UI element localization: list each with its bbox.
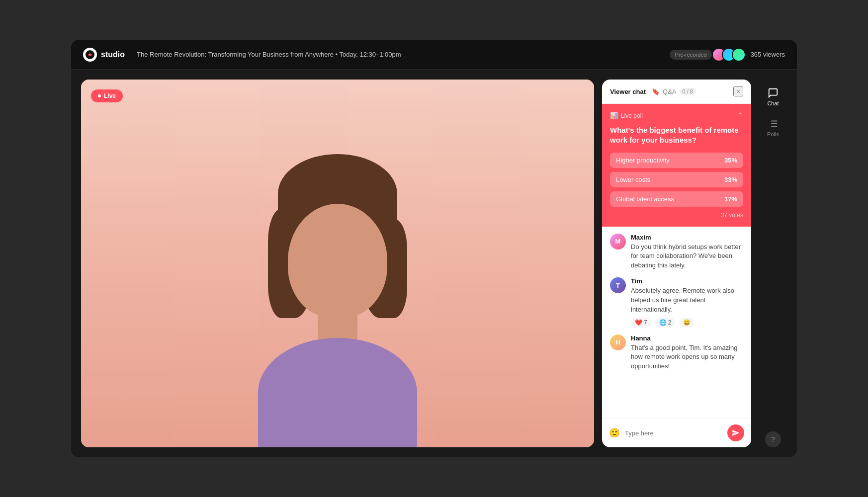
msg-text-hanna: That's a good point, Tim. It's amazing h… (631, 343, 743, 372)
poll-option-pct-0: 35% (724, 157, 737, 164)
logo-text: studio (101, 50, 125, 59)
chat-nav-icon (768, 87, 779, 98)
nav-polls[interactable]: Polls (759, 112, 787, 143)
msg-name-tim: Tim (631, 277, 743, 285)
message-hanna: H Hanna That's a good point, Tim. It's a… (610, 334, 743, 372)
nav-chat-label: Chat (767, 100, 779, 106)
avatar-tim: T (610, 277, 626, 293)
message-maxim: M Maxim Do you think hybrid setups work … (610, 234, 743, 271)
chat-close-button[interactable]: × (733, 86, 743, 96)
poll-label: Live poll (621, 112, 643, 119)
msg-name-hanna: Hanna (631, 334, 743, 342)
viewer-chat-tab[interactable]: Viewer chat (610, 88, 646, 95)
poll-option-0[interactable]: Higher productivity 35% (610, 153, 743, 168)
chat-input[interactable] (625, 429, 722, 437)
live-dot (98, 94, 101, 97)
app-container: studio The Remote Revolution: Transformi… (71, 40, 797, 457)
msg-content-tim: Tim Absolutely agree. Remote work also h… (631, 277, 743, 328)
chat-input-area: 🙂 (602, 418, 751, 447)
chat-messages: M Maxim Do you think hybrid setups work … (602, 227, 751, 418)
main-content: Live Viewer chat 🔖 Q&A 0 / 8 × 📊 (71, 70, 797, 457)
avatar-maxim: M (610, 234, 626, 249)
reaction-heart[interactable]: ❤️ 7 (631, 318, 651, 328)
qa-label: Q&A (663, 88, 676, 95)
qa-icon: 🔖 (652, 88, 660, 95)
person-body (258, 338, 417, 447)
video-placeholder (81, 80, 594, 447)
poll-option-pct-1: 33% (724, 176, 737, 183)
poll-chart-icon: 📊 (610, 112, 618, 119)
msg-name-maxim: Maxim (631, 234, 743, 241)
poll-option-pct-2: 17% (724, 195, 737, 203)
emoji-button[interactable]: 🙂 (609, 427, 620, 438)
send-button[interactable] (727, 424, 744, 441)
help-button[interactable]: ? (765, 431, 781, 447)
pre-recorded-badge: Pre-recorded (670, 50, 711, 60)
poll-title-row: 📊 Live poll (610, 112, 643, 119)
poll-option-1[interactable]: Lower costs 33% (610, 172, 743, 187)
header: studio The Remote Revolution: Transformi… (71, 40, 797, 70)
qa-tab[interactable]: 🔖 Q&A 0 / 8 (652, 88, 696, 95)
msg-text-maxim: Do you think hybrid setups work better f… (631, 243, 743, 271)
help-label: ? (771, 435, 775, 443)
poll-option-2[interactable]: Global talent access 17% (610, 191, 743, 207)
live-badge: Live (91, 89, 123, 102)
person-silhouette (81, 80, 594, 447)
avatar-initials-maxim: M (610, 234, 626, 249)
msg-text-tim: Absolutely agree. Remote work also helpe… (631, 286, 743, 315)
poll-option-text-2: Global talent access (616, 195, 674, 203)
polls-nav-icon (768, 118, 779, 129)
avatar-initials-tim: T (610, 277, 626, 293)
qa-count: 0 / 8 (680, 88, 696, 95)
avatar-hanna: H (610, 334, 626, 350)
live-label: Live (104, 92, 116, 99)
msg-content-maxim: Maxim Do you think hybrid setups work be… (631, 234, 743, 271)
chat-panel: Viewer chat 🔖 Q&A 0 / 8 × 📊 Live poll ⌃ (602, 80, 751, 447)
nav-chat[interactable]: Chat (759, 82, 787, 112)
msg-reactions-tim: ❤️ 7 🌐 2 😄 (631, 318, 743, 328)
header-title: The Remote Revolution: Transforming Your… (137, 51, 664, 58)
logo-area: studio (83, 48, 125, 62)
video-area: Live (81, 80, 594, 447)
msg-content-hanna: Hanna That's a good point, Tim. It's ama… (631, 334, 743, 372)
reaction-globe[interactable]: 🌐 2 (655, 318, 676, 328)
person-face (288, 204, 387, 318)
poll-question: What's the biggest benefit of remote wor… (610, 125, 743, 146)
viewers-count: 365 viewers (751, 51, 785, 58)
avatar-initials-hanna: H (610, 334, 626, 350)
poll-collapse-button[interactable]: ⌃ (737, 111, 743, 120)
poll-option-text-1: Lower costs (616, 176, 650, 183)
viewer-avatars (712, 48, 746, 62)
nav-polls-label: Polls (767, 131, 779, 137)
viewer-avatar-3 (732, 48, 746, 62)
send-icon (732, 429, 740, 437)
poll-option-text-0: Higher productivity (616, 157, 670, 164)
poll-header: 📊 Live poll ⌃ (610, 111, 743, 120)
message-tim: T Tim Absolutely agree. Remote work also… (610, 277, 743, 328)
right-panel: Chat Polls ? (759, 80, 787, 447)
chat-header: Viewer chat 🔖 Q&A 0 / 8 × (602, 80, 751, 104)
poll-section: 📊 Live poll ⌃ What's the biggest benefit… (602, 104, 751, 227)
reaction-smile[interactable]: 😄 (679, 318, 694, 328)
poll-votes: 37 votes (610, 212, 743, 219)
logo-icon (83, 48, 97, 62)
viewers-section: 365 viewers (712, 48, 785, 62)
